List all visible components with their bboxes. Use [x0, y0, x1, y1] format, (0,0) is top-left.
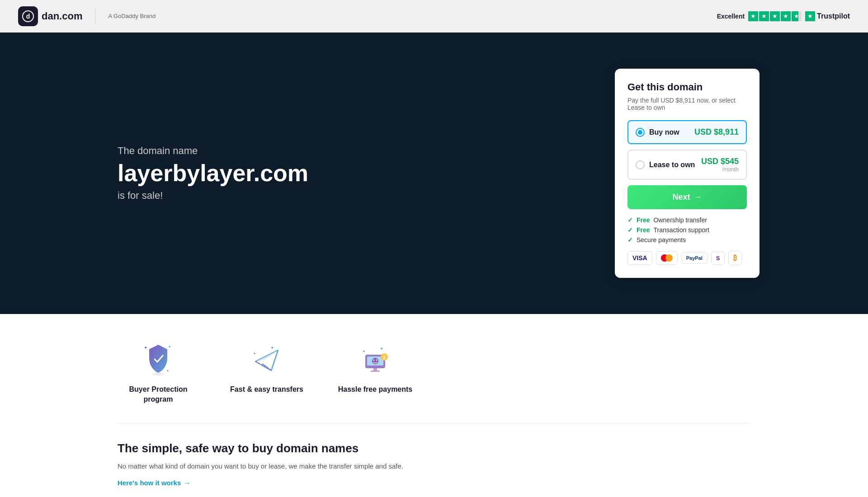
dan-logo[interactable]: d dan.com — [18, 6, 82, 26]
star-2: ★ — [759, 11, 769, 21]
next-button-label: Next — [672, 192, 690, 202]
next-arrow-icon: → — [694, 192, 702, 202]
cta-title: The simple, safe way to buy domain names — [118, 441, 750, 455]
star-1: ★ — [748, 11, 758, 21]
lease-option[interactable]: Lease to own USD $545 /month — [627, 150, 747, 180]
svg-text:✦: ✦ — [363, 350, 365, 353]
paypal-icon: PayPal — [681, 252, 708, 264]
lease-left: Lease to own — [636, 160, 695, 169]
feature-transaction-text: Transaction support — [654, 226, 709, 234]
lease-right: USD $545 /month — [701, 157, 739, 173]
buy-now-price: USD $8,911 — [694, 127, 739, 137]
plane-icon-wrap: ✦ ✦ — [249, 341, 285, 377]
svg-text:✦: ✦ — [270, 345, 274, 350]
next-button[interactable]: Next → — [627, 185, 747, 209]
header: d dan.com A GoDaddy Brand Excellent ★ ★ … — [0, 0, 868, 33]
hero-text: The domain name layerbylayer.com is for … — [118, 145, 308, 202]
visa-icon: VISA — [627, 251, 652, 265]
feature-block-payments: ✦ ✦ $ Hassle fr — [335, 341, 416, 394]
card-title: Get this domain — [627, 81, 747, 93]
buy-now-option[interactable]: Buy now USD $8,911 — [627, 120, 747, 144]
shield-icon-wrap: ✦ ✦ ✦ — [140, 341, 176, 377]
trustpilot-star-icon: ★ — [805, 11, 815, 21]
feature-transaction: ✓ Free Transaction support — [627, 226, 747, 234]
feature-block-transfers: ✦ ✦ Fast & easy transfers — [226, 341, 307, 394]
feature-ownership-text: Ownership transfer — [654, 216, 707, 224]
mc-circles — [661, 254, 673, 262]
svg-text:✦: ✦ — [253, 352, 256, 355]
payment-icons: VISA PayPal S ₿ — [627, 251, 747, 265]
plane-icon: ✦ ✦ — [249, 341, 285, 377]
lease-price: USD $545 — [701, 157, 739, 166]
trustpilot-name: Trustpilot — [817, 12, 850, 20]
lease-sub: /month — [701, 166, 739, 173]
purchase-card: Get this domain Pay the full USD $8,911 … — [615, 69, 760, 278]
godaddy-label: A GoDaddy Brand — [108, 13, 156, 19]
how-it-works-text: Here's how it works — [118, 479, 181, 487]
free-label-2: Free — [637, 226, 650, 234]
feature-protection-title: Buyer Protection program — [118, 384, 199, 405]
shield-icon: ✦ ✦ ✦ — [140, 341, 176, 377]
svg-text:✦: ✦ — [168, 345, 171, 349]
payment-feature-icon: ✦ ✦ $ — [357, 341, 393, 377]
hero-domain: layerbylayer.com — [118, 160, 308, 186]
dan-logo-text: dan.com — [42, 10, 82, 22]
svg-point-17 — [373, 360, 375, 361]
hero-tagline: is for sale! — [118, 190, 308, 202]
bitcoin-icon: ₿ — [728, 251, 742, 265]
svg-rect-19 — [373, 368, 377, 370]
star-3: ★ — [770, 11, 780, 21]
check-icon-2: ✓ — [627, 226, 633, 234]
buy-now-right: USD $8,911 — [694, 127, 739, 137]
card-features-list: ✓ Free Ownership transfer ✓ Free Transac… — [627, 216, 747, 244]
hero-subtitle: The domain name — [118, 145, 308, 157]
buy-now-left: Buy now — [636, 128, 679, 137]
trustpilot-stars: ★ ★ ★ ★ ★ — [748, 11, 802, 21]
svg-text:✦: ✦ — [166, 369, 169, 372]
how-arrow-icon: → — [184, 479, 190, 487]
mastercard-icon — [656, 251, 678, 265]
payment-icon-wrap: ✦ ✦ $ — [357, 341, 393, 377]
svg-point-5 — [153, 373, 164, 375]
trustpilot-logo[interactable]: ★ Trustpilot — [805, 11, 850, 21]
check-icon-3: ✓ — [627, 236, 633, 244]
skrill-icon: S — [711, 252, 725, 265]
buy-now-label: Buy now — [649, 128, 679, 136]
lease-label: Lease to own — [649, 161, 695, 169]
trustpilot-area: Excellent ★ ★ ★ ★ ★ ★ Trustpilot — [717, 11, 850, 21]
feature-secure-text: Secure payments — [637, 236, 686, 244]
how-it-works-link[interactable]: Here's how it works → — [118, 479, 190, 487]
star-4: ★ — [781, 11, 791, 21]
svg-text:d: d — [26, 13, 30, 20]
trustpilot-excellent: Excellent — [717, 13, 745, 20]
main-content: ✦ ✦ ✦ Buyer Pr — [0, 314, 868, 497]
free-label-1: Free — [637, 216, 650, 224]
feature-transfers-title: Fast & easy transfers — [230, 384, 303, 394]
mc-orange-circle — [665, 254, 673, 262]
cta-description: No matter what kind of domain you want t… — [118, 461, 750, 472]
svg-text:✦: ✦ — [144, 345, 147, 350]
lease-radio — [636, 160, 645, 169]
svg-text:$: $ — [383, 355, 385, 360]
feature-ownership: ✓ Free Ownership transfer — [627, 216, 747, 224]
header-logo-area: d dan.com A GoDaddy Brand — [18, 6, 156, 26]
feature-secure: ✓ Secure payments — [627, 236, 747, 244]
buy-now-radio-inner — [638, 130, 642, 135]
features-row: ✦ ✦ ✦ Buyer Pr — [118, 341, 750, 423]
header-divider — [95, 9, 95, 23]
buy-now-radio — [636, 128, 645, 137]
check-icon-1: ✓ — [627, 216, 633, 224]
hero-section: The domain name layerbylayer.com is for … — [0, 33, 868, 314]
svg-rect-20 — [371, 370, 380, 372]
cta-section: The simple, safe way to buy domain names… — [118, 441, 750, 487]
svg-point-18 — [376, 360, 377, 361]
dan-logo-icon: d — [18, 6, 38, 26]
feature-block-protection: ✦ ✦ ✦ Buyer Pr — [118, 341, 199, 405]
star-5: ★ — [792, 11, 802, 21]
card-subtitle: Pay the full USD $8,911 now, or select L… — [627, 97, 747, 111]
feature-payments-title: Hassle free payments — [338, 384, 413, 394]
svg-text:✦: ✦ — [380, 346, 383, 351]
